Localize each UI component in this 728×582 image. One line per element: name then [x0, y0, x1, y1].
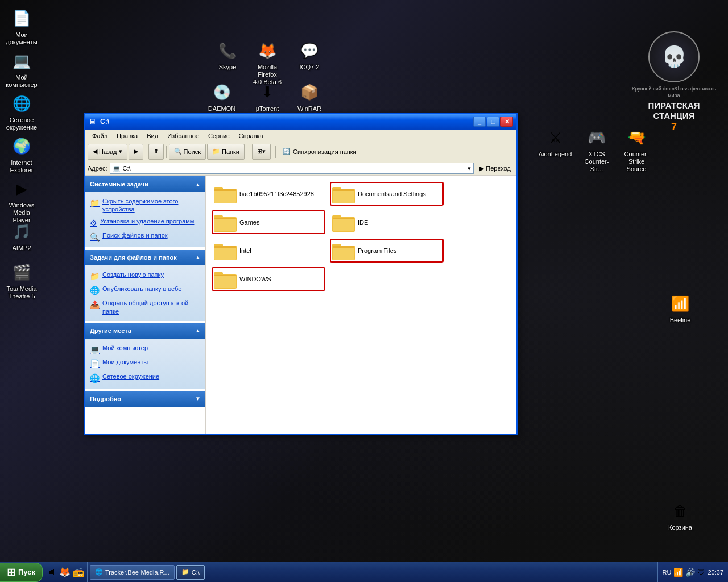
publish-web-label: Опубликовать папку в вебе [102, 285, 181, 293]
desktop-icon-css[interactable]: 🔫 Counter-StrikeSource [616, 124, 657, 176]
folder-ide[interactable]: IDE [330, 210, 444, 234]
back-arrow-icon: ◀ [93, 148, 97, 155]
volume-icon[interactable]: 🔊 [685, 568, 695, 577]
utorrent-icon: ⬇ [256, 81, 279, 103]
toolbar-separator-1 [146, 146, 146, 158]
menu-file[interactable]: Файл [88, 131, 112, 140]
minimize-button[interactable]: _ [473, 117, 486, 127]
desktop-icon-aionlegend[interactable]: ⚔ AionLegend [535, 124, 576, 160]
close-button[interactable]: ✕ [500, 117, 513, 127]
back-label: Назад [99, 148, 117, 155]
pirate-station-logo: 💀 Крупнейший drum&bass фестиваль мира ПИ… [628, 31, 719, 133]
details-section: Подробно ▼ [85, 391, 205, 407]
folders-button[interactable]: 📁 Папки [207, 144, 245, 160]
desktop: 💀 Крупнейший drum&bass фестиваль мира ПИ… [0, 0, 728, 582]
hide-content-link[interactable]: 📁 Скрыть содержимое этого устройства [90, 196, 201, 215]
taskbar-explorer-btn[interactable]: 📁 C:\ [176, 565, 205, 580]
folder-documents[interactable]: Documents and Settings [330, 182, 444, 206]
taskbar-tracker-btn[interactable]: 🌐 Tracker.Bee-Media.R... [90, 565, 175, 580]
start-button[interactable]: ⊞ Пуск [0, 563, 43, 582]
menu-service[interactable]: Сервис [204, 131, 234, 140]
menu-help[interactable]: Справка [234, 131, 268, 140]
file-tasks-section: Задачи для файлов и папок ▲ 📁 Создать но… [85, 250, 205, 321]
network-link[interactable]: 🌐 Сетевое окружение [90, 371, 201, 385]
system-tasks-section: Системные задачи ▲ 📁 Скрыть содержимое э… [85, 176, 205, 247]
other-places-title: Другие места [90, 327, 131, 334]
folder-intel[interactable]: Intel [212, 239, 325, 263]
create-folder-link[interactable]: 📁 Создать новую папку [90, 269, 201, 283]
folder-bae1b[interactable]: bae1b095211f3c24852928 [212, 182, 325, 206]
folder-games[interactable]: Games [212, 210, 325, 234]
desktop-icon-winrar[interactable]: 📦 WinRAR [289, 78, 330, 115]
my-computer-icon: 💻 [10, 49, 33, 72]
toolbar-separator-3 [247, 146, 247, 158]
tracker-label: Tracker.Bee-Media.R... [105, 569, 169, 576]
maximize-button[interactable]: □ [487, 117, 499, 127]
share-link[interactable]: 📤 Открыть общий доступ к этой папке [90, 297, 201, 317]
menu-favorites[interactable]: Избранное [163, 131, 204, 140]
daemon-tools-icon: 💿 [210, 81, 233, 103]
publish-web-icon: 🌐 [90, 285, 100, 296]
publish-web-link[interactable]: 🌐 Опубликовать папку в вебе [90, 283, 201, 297]
folder-games-icon [214, 213, 237, 232]
hide-label: Скрыть содержимое этого устройства [102, 197, 201, 214]
system-tasks-header[interactable]: Системные задачи ▲ [85, 176, 205, 192]
install-programs-link[interactable]: ⚙ Установка и удаление программ [90, 215, 201, 230]
taskbar-apps: 🌐 Tracker.Bee-Media.R... 📁 C:\ [88, 562, 657, 582]
desktop-icon-icq[interactable]: 💬 ICQ7.2 [289, 37, 330, 73]
forward-button[interactable]: ▶ [129, 144, 143, 160]
my-documents-icon: 📄 [10, 7, 33, 30]
network-link-label: Сетевое окружение [102, 372, 159, 380]
svg-rect-26 [214, 275, 236, 288]
folder-program-files[interactable]: Program Files [330, 239, 444, 263]
search-button[interactable]: 🔍 Поиск [169, 144, 206, 160]
ql-firefox[interactable]: 🦊 [59, 566, 71, 579]
folder-windows[interactable]: WINDOWS [212, 267, 325, 291]
desktop-icon-xtcs[interactable]: 🎮 XTCSCounter-Str... [576, 124, 617, 176]
totalmedia-label: TotalMediaTheatre 5 [6, 285, 36, 300]
clock[interactable]: 20:37 [708, 569, 723, 576]
address-input[interactable]: 💻 C:\ ▾ [110, 163, 474, 174]
search-files-link[interactable]: 🔍 Поиск файлов и папок [90, 230, 201, 244]
window-controls: _ □ ✕ [473, 117, 513, 127]
desktop-icon-aimp2[interactable]: 🎵 AIMP2 [1, 218, 42, 254]
file-tasks-title: Задачи для файлов и папок [90, 254, 177, 261]
my-docs-link[interactable]: 📄 Мои документы [90, 356, 201, 371]
desktop-icon-recycle-bin[interactable]: 🗑 Корзина [660, 497, 701, 534]
desktop-icon-network[interactable]: 🌐 Сетевоеокружение [1, 90, 42, 134]
desktop-icon-my-computer[interactable]: 💻 Мойкомпьютер [1, 47, 42, 91]
my-computer-link[interactable]: 💻 Мой компьютер [90, 342, 201, 356]
desktop-icon-skype[interactable]: 📞 Skype [207, 37, 248, 73]
file-tasks-header[interactable]: Задачи для файлов и папок ▲ [85, 250, 205, 265]
desktop-icon-totalmedia[interactable]: 🎬 TotalMediaTheatre 5 [1, 259, 42, 302]
other-places-header[interactable]: Другие места ▲ [85, 323, 205, 339]
view-button[interactable]: ⊞▾ [252, 144, 271, 160]
details-header[interactable]: Подробно ▼ [85, 391, 205, 407]
lang-indicator[interactable]: RU [663, 569, 672, 576]
ql-show-desktop[interactable]: 🖥 [45, 566, 57, 579]
css-label: Counter-StrikeSource [618, 151, 655, 173]
menu-view[interactable]: Вид [142, 131, 163, 140]
desktop-icon-internet-explorer[interactable]: 🌍 InternetExplorer [1, 132, 42, 176]
search-files-label: Поиск файлов и папок [102, 231, 168, 239]
go-button[interactable]: ▶ Переход [476, 163, 514, 174]
system-tasks-title: Системные задачи [90, 181, 148, 188]
desktop-icon-utorrent[interactable]: ⬇ µTorrent [247, 78, 288, 115]
aimp2-label: AIMP2 [12, 244, 31, 252]
folder-program-files-icon [332, 241, 355, 260]
skype-label: Skype [219, 64, 237, 71]
svg-rect-19 [214, 246, 236, 248]
menu-edit[interactable]: Правка [112, 131, 142, 140]
window-menubar: Файл Правка Вид Избранное Сервис Справка [85, 130, 516, 142]
svg-rect-23 [333, 246, 354, 248]
folder-intel-label: Intel [239, 247, 251, 254]
back-button[interactable]: ◀ Назад ▾ [88, 144, 127, 160]
desktop-icon-my-documents[interactable]: 📄 Мои документы [1, 5, 42, 48]
other-places-section: Другие места ▲ 💻 Мой компьютер 📄 Мои док… [85, 323, 205, 389]
ql-media[interactable]: 📻 [72, 566, 85, 579]
sync-button[interactable]: 🔄 Синхронизация папки [278, 148, 361, 155]
desktop-icon-beeline[interactable]: 📶 Beeline [660, 290, 701, 326]
aimp2-icon: 🎵 [10, 220, 33, 243]
utorrent-label: µTorrent [256, 105, 279, 113]
up-button[interactable]: ⬆ [148, 144, 164, 160]
